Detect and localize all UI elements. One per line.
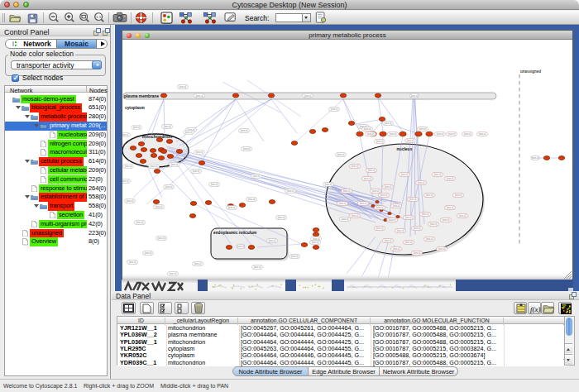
svg-text:[xxx-x]: [xxx-x]: [352, 214, 359, 218]
svg-text:[xxx-x]: [xxx-x]: [145, 251, 152, 255]
svg-text:[xxx-x]: [xxx-x]: [339, 202, 347, 205]
svg-text:[xxx-x]: [xxx-x]: [237, 245, 245, 248]
svg-text:[xxx-x]: [xxx-x]: [448, 132, 456, 136]
svg-text:endoplasmic reticulum: endoplasmic reticulum: [213, 231, 256, 235]
svg-text:[xxx-x]: [xxx-x]: [447, 206, 454, 209]
svg-text:[xxx-x]: [xxx-x]: [156, 205, 163, 208]
svg-text:[xxx-x]: [xxx-x]: [325, 183, 333, 186]
svg-text:1:1: 1:1: [96, 15, 102, 19]
svg-text:[xxx-x]: [xxx-x]: [364, 177, 371, 180]
svg-text:[xxx-x]: [xxx-x]: [434, 173, 442, 176]
svg-text:[xxx-x]: [xxx-x]: [438, 247, 446, 251]
svg-text:[xxx-x]: [xxx-x]: [171, 163, 179, 166]
svg-text:[xxx-x]: [xxx-x]: [414, 251, 421, 255]
svg-text:[xxx-x]: [xxx-x]: [122, 179, 128, 183]
svg-text:[xxx-x]: [xxx-x]: [129, 261, 136, 264]
svg-text:[xxx-x]: [xxx-x]: [164, 125, 171, 128]
svg-text:[xxx-x]: [xxx-x]: [243, 147, 251, 151]
svg-text:[xxx-x]: [xxx-x]: [430, 222, 438, 226]
svg-text:[xxx-x]: [xxx-x]: [228, 206, 236, 209]
svg-text:[xxx-x]: [xxx-x]: [342, 218, 349, 221]
svg-text:[xxx-x]: [xxx-x]: [360, 202, 367, 205]
svg-text:[xxx-x]: [xxx-x]: [151, 165, 158, 168]
svg-text:[xxx-x]: [xxx-x]: [122, 133, 128, 136]
svg-text:[xxx-x]: [xxx-x]: [211, 183, 218, 186]
svg-text:[xxx-x]: [xxx-x]: [405, 216, 413, 219]
svg-text:[xxx-x]: [xxx-x]: [133, 126, 141, 129]
svg-text:[xxx-x]: [xxx-x]: [385, 185, 392, 189]
svg-text:[xxx-x]: [xxx-x]: [407, 139, 414, 142]
svg-text:[xxx-x]: [xxx-x]: [313, 237, 320, 241]
svg-text:[xxx-x]: [xxx-x]: [372, 189, 380, 193]
svg-text:[xxx-x]: [xxx-x]: [459, 214, 467, 218]
svg-text:[xxx-x]: [xxx-x]: [343, 189, 351, 193]
svg-text:[xxx-x]: [xxx-x]: [479, 132, 486, 136]
svg-text:[xxx-x]: [xxx-x]: [376, 140, 384, 143]
svg-text:[xxx-x]: [xxx-x]: [312, 241, 319, 244]
svg-text:[xxx-x]: [xxx-x]: [291, 255, 299, 258]
svg-text:[xxx-x]: [xxx-x]: [443, 218, 450, 222]
svg-text:[xxx-x]: [xxx-x]: [447, 177, 454, 180]
svg-text:[xxx-x]: [xxx-x]: [380, 194, 388, 197]
svg-text:[xxx-x]: [xxx-x]: [464, 132, 471, 136]
svg-text:[xxx-x]: [xxx-x]: [376, 227, 384, 230]
svg-text:[xxx-x]: [xxx-x]: [253, 174, 261, 178]
svg-text:f(x): f(x): [530, 305, 541, 313]
svg-text:[xxx-x]: [xxx-x]: [337, 153, 345, 156]
svg-text:[xxx-x]: [xxx-x]: [196, 94, 203, 98]
svg-text:[xxx-x]: [xxx-x]: [364, 127, 371, 131]
svg-text:[xxx-x]: [xxx-x]: [367, 132, 375, 136]
svg-text:[xxx-x]: [xxx-x]: [437, 132, 444, 136]
svg-text:[xxx-x]: [xxx-x]: [269, 239, 276, 242]
svg-text:[xxx-x]: [xxx-x]: [390, 132, 397, 136]
svg-text:[xxx-x]: [xxx-x]: [304, 94, 312, 98]
svg-text:[xxx-x]: [xxx-x]: [532, 156, 539, 160]
svg-text:[xxx-x]: [xxx-x]: [426, 194, 433, 197]
svg-text:[xxx-x]: [xxx-x]: [278, 216, 285, 219]
svg-text:[xxx-x]: [xxx-x]: [418, 181, 425, 184]
svg-text:[xxx-x]: [xxx-x]: [136, 221, 144, 224]
svg-text:[xxx-x]: [xxx-x]: [414, 227, 421, 230]
svg-text:[xxx-x]: [xxx-x]: [196, 151, 203, 154]
svg-text:[xxx-x]: [xxx-x]: [405, 241, 413, 244]
svg-text:[xxx-x]: [xxx-x]: [376, 206, 384, 209]
svg-text:[xxx-x]: [xxx-x]: [125, 165, 132, 168]
svg-text:[xxx-x]: [xxx-x]: [426, 237, 433, 241]
svg-text:[xxx-x]: [xxx-x]: [331, 108, 338, 111]
svg-text:[xxx-x]: [xxx-x]: [193, 170, 200, 173]
svg-text:[xxx-x]: [xxx-x]: [419, 127, 427, 131]
svg-text:plasma membrane: plasma membrane: [124, 94, 159, 98]
svg-text:[xxx-x]: [xxx-x]: [411, 94, 419, 98]
svg-text:[xxx-x]: [xxx-x]: [409, 198, 417, 201]
svg-text:[xxx-x]: [xxx-x]: [165, 185, 173, 189]
svg-text:[xxx-x]: [xxx-x]: [248, 198, 256, 201]
svg-text:[xxx-x]: [xxx-x]: [401, 173, 409, 176]
svg-text:[xxx-x]: [xxx-x]: [158, 237, 165, 240]
svg-text:[xxx-x]: [xxx-x]: [194, 262, 202, 265]
svg-text:[xxx-x]: [xxx-x]: [179, 85, 187, 88]
svg-text:[xxx-x]: [xxx-x]: [185, 131, 193, 134]
svg-text:[xxx-x]: [xxx-x]: [385, 239, 392, 242]
svg-text:[xxx-x]: [xxx-x]: [393, 204, 400, 208]
svg-text:[xxx-x]: [xxx-x]: [127, 199, 134, 203]
svg-text:[xxx-x]: [xxx-x]: [241, 129, 248, 132]
svg-text:unassigned: unassigned: [520, 69, 541, 74]
svg-text:[xxx-x]: [xxx-x]: [455, 194, 462, 197]
svg-text:[xxx-x]: [xxx-x]: [397, 229, 404, 232]
svg-text:cytoplasm: cytoplasm: [125, 106, 145, 110]
svg-text:[xxx-x]: [xxx-x]: [368, 169, 376, 172]
svg-text:[xxx-x]: [xxx-x]: [352, 165, 359, 168]
svg-text:[xxx-x]: [xxx-x]: [385, 122, 392, 125]
svg-text:[xxx-x]: [xxx-x]: [254, 265, 261, 269]
svg-text:[xxx-x]: [xxx-x]: [393, 247, 400, 251]
svg-text:[xxx-x]: [xxx-x]: [389, 218, 396, 222]
svg-text:[xxx-x]: [xxx-x]: [287, 189, 294, 193]
svg-text:[xxx-x]: [xxx-x]: [422, 213, 429, 216]
